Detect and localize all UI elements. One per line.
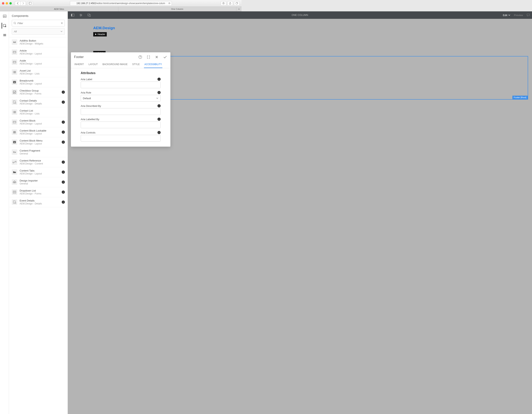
dialog-tab-accessibility[interactable]: ACCESSIBILITY — [144, 61, 162, 68]
share-button[interactable] — [228, 1, 233, 6]
component-icon: Ad — [12, 39, 17, 45]
component-icon — [12, 129, 17, 135]
component-info-button[interactable]: i — [62, 160, 65, 164]
component-item[interactable]: Checkbox GroupAEM.Design - Formsi — [9, 87, 67, 97]
nav-back-forward — [15, 1, 26, 6]
component-item[interactable]: Dropdown ListAEM.Design - Formsi — [9, 187, 67, 188]
component-item[interactable]: Content BlockAEM.Design - Layouti — [9, 117, 67, 127]
component-info-button[interactable]: i — [62, 90, 65, 94]
dialog-tab-style[interactable]: STYLE — [132, 61, 140, 68]
component-item[interactable]: Contact ListAEM.Design - Lists — [9, 107, 67, 117]
component-icon — [12, 49, 17, 55]
tabs-button[interactable] — [234, 1, 239, 6]
field-label: Aria Labelled By — [81, 118, 99, 121]
component-item[interactable]: AdAddthis ButtonAEM.Design - Widgets — [9, 37, 67, 47]
component-group: AEM.Design - Details — [19, 102, 59, 105]
component-info-button[interactable]: i — [62, 100, 65, 104]
component-icon — [12, 59, 17, 65]
component-icon — [12, 79, 17, 85]
browser-tab[interactable]: One Column — [118, 7, 237, 11]
component-item[interactable]: Contact DetailsAEM.Design - Detailsi — [9, 97, 67, 107]
layers-icon — [3, 33, 7, 37]
field-info-button[interactable]: i — [158, 131, 161, 134]
dialog-cancel-button[interactable] — [155, 55, 159, 59]
downloads-button[interactable] — [221, 1, 226, 6]
rail-components-button[interactable] — [1, 23, 8, 29]
dialog-help-button[interactable] — [138, 55, 142, 59]
header-placeholder-badge[interactable]: Header — [93, 32, 107, 37]
component-icon — [12, 99, 17, 105]
new-tab-button[interactable]: + — [237, 7, 241, 11]
component-item[interactable]: ArticleAEM.Design - Layout — [9, 47, 67, 57]
svg-point-10 — [14, 22, 16, 24]
dialog-tab-inherit[interactable]: INHERIT — [74, 61, 84, 68]
info-icon: i — [62, 100, 65, 104]
aria-described-by-input[interactable] — [81, 108, 161, 115]
tabs-icon — [236, 2, 238, 5]
field-info-button[interactable]: i — [158, 91, 161, 94]
reload-button[interactable]: ⟳ — [169, 2, 171, 5]
aria-labelled-by-input[interactable] — [81, 121, 161, 128]
back-button[interactable] — [15, 1, 20, 6]
component-text: ArticleAEM.Design - Layout — [19, 49, 65, 55]
window-close-button[interactable] — [2, 2, 4, 4]
component-info-button[interactable]: i — [62, 120, 65, 124]
component-name: Content Fragment — [19, 149, 65, 152]
window-maximize-button[interactable] — [10, 2, 12, 4]
window-minimize-button[interactable] — [6, 2, 8, 4]
component-name: Article — [19, 49, 65, 52]
share-icon — [229, 2, 231, 5]
page-info-button[interactable] — [77, 11, 85, 19]
info-icon: i — [62, 140, 65, 144]
component-item[interactable]: Asset ListAEM.Design - Lists — [9, 67, 67, 77]
component-item[interactable]: Content Block LockableAEM.Design - Layou… — [9, 127, 67, 137]
dialog-tab-background-image[interactable]: BACKGROUND IMAGE — [102, 61, 128, 68]
component-icon — [12, 159, 17, 165]
component-info-button[interactable]: i — [62, 140, 65, 144]
component-item[interactable]: AsideAEM.Design - Layout — [9, 57, 67, 67]
fullscreen-icon — [146, 55, 151, 59]
component-icon — [12, 139, 17, 145]
svg-rect-23 — [13, 91, 16, 93]
aria-controls-input[interactable] — [81, 135, 161, 141]
component-info-button[interactable]: i — [62, 180, 65, 184]
field-info-button[interactable]: i — [158, 78, 161, 81]
brand-link[interactable]: AEM.Design — [93, 26, 115, 30]
clear-filter-button[interactable]: ✕ — [61, 21, 63, 25]
svg-rect-45 — [71, 14, 72, 16]
component-item[interactable]: CoContent FragmentGeneral — [9, 147, 67, 157]
browser-tab[interactable]: AEM Sites — [0, 7, 118, 11]
component-info-button[interactable]: i — [62, 170, 65, 174]
aria-role-select[interactable]: Default — [81, 95, 161, 101]
toggle-side-panel-button[interactable] — [68, 11, 77, 19]
component-text: Design ImporterGeneral — [19, 179, 59, 185]
component-group: AEM.Design - Layout — [19, 52, 65, 55]
category-dropdown[interactable]: All — [12, 28, 65, 35]
component-item[interactable]: Content Block MenuAEM.Design - Layouti — [9, 137, 67, 147]
component-item[interactable]: Design ImporterGenerali — [9, 177, 67, 187]
component-info-button[interactable]: i — [62, 130, 65, 134]
component-item[interactable]: Content TabsAEM.Design - Layouti — [9, 167, 67, 177]
dialog-tab-layout[interactable]: LAYOUT — [88, 61, 98, 68]
field-info-button[interactable]: i — [158, 118, 161, 121]
rail-assets-button[interactable] — [1, 13, 8, 19]
forward-button[interactable] — [20, 1, 26, 6]
component-text: BreadcrumbAEM.Design - Layout — [19, 79, 65, 85]
dialog-fullscreen-button[interactable] — [146, 55, 151, 59]
component-group: AEM.Design - Layout — [19, 172, 59, 175]
component-icon — [12, 119, 17, 125]
download-icon — [222, 2, 225, 5]
sidebar-toggle-button[interactable] — [28, 1, 33, 6]
component-item[interactable]: BreadcrumbAEM.Design - Layout — [9, 77, 67, 87]
dialog-submit-button[interactable] — [163, 55, 167, 59]
close-icon — [155, 55, 159, 59]
rail-tree-button[interactable] — [1, 32, 8, 38]
aria-label-input[interactable] — [81, 81, 161, 88]
field-info-button[interactable]: i — [158, 104, 161, 108]
component-list[interactable]: AdAddthis ButtonAEM.Design - WidgetsArti… — [9, 37, 67, 188]
component-text: Asset ListAEM.Design - Lists — [19, 69, 65, 75]
component-item[interactable]: Content ReferenceAEM.Design - Contenti — [9, 157, 67, 167]
address-bar[interactable]: 192.168.27.2:4502/editor.html/content/ae… — [70, 1, 172, 6]
emulator-button[interactable] — [85, 11, 93, 19]
filter-input[interactable] — [16, 22, 61, 25]
